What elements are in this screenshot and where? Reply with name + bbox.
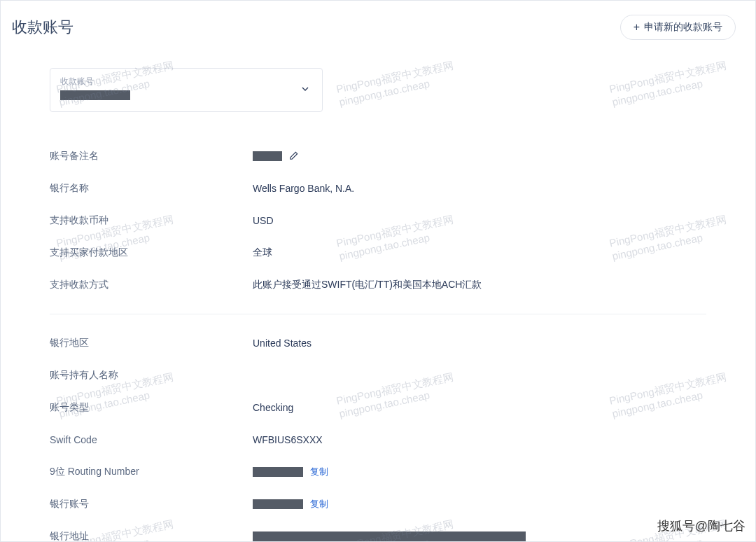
label-bank-address: 银行地址 xyxy=(50,530,253,542)
row-buyer-region: 支持买家付款地区 全球 xyxy=(50,237,706,269)
page-root: 收款账号 + 申请新的收款账号 收款账号 账号备注名 xyxy=(0,0,756,542)
value-account-number xyxy=(253,499,303,509)
label-currency: 支持收款币种 xyxy=(50,214,253,227)
footer-attribution: 搜狐号@陶七谷 xyxy=(657,517,746,534)
row-account-number: 银行账号 复制 xyxy=(50,488,706,520)
value-buyer-region: 全球 xyxy=(253,246,272,259)
row-routing: 9位 Routing Number 复制 xyxy=(50,456,706,488)
account-selector[interactable]: 收款账号 xyxy=(50,68,323,112)
value-currency: USD xyxy=(253,215,274,226)
row-bank-region: 银行地区 United States xyxy=(50,327,706,359)
value-bank-address xyxy=(253,531,526,541)
label-bank-region: 银行地区 xyxy=(50,337,253,349)
plus-icon: + xyxy=(634,22,640,33)
row-holder-name: 账号持有人名称 xyxy=(50,359,706,391)
apply-new-account-button[interactable]: + 申请新的收款账号 xyxy=(620,15,736,40)
label-routing: 9位 Routing Number xyxy=(50,466,253,478)
apply-new-account-label: 申请新的收款账号 xyxy=(644,21,722,34)
row-alias: 账号备注名 xyxy=(50,140,706,172)
value-bank-name: Wells Fargo Bank, N.A. xyxy=(253,183,354,194)
row-bank-address: 银行地址 xyxy=(50,520,706,542)
label-account-number: 银行账号 xyxy=(50,498,253,510)
page-header: 收款账号 + 申请新的收款账号 xyxy=(1,1,755,47)
copy-routing-button[interactable]: 复制 xyxy=(310,466,328,478)
row-bank-name: 银行名称 Wells Fargo Bank, N.A. xyxy=(50,172,706,204)
edit-icon[interactable] xyxy=(289,151,299,162)
label-bank-name: 银行名称 xyxy=(50,182,253,195)
divider xyxy=(50,314,706,314)
account-selector-label: 收款账号 xyxy=(60,76,312,88)
account-selector-value xyxy=(60,90,130,100)
row-currency: 支持收款币种 USD xyxy=(50,204,706,237)
value-routing xyxy=(253,467,303,477)
value-method: 此账户接受通过SWIFT(电汇/TT)和美国本地ACH汇款 xyxy=(253,279,482,291)
label-buyer-region: 支持买家付款地区 xyxy=(50,246,253,259)
chevron-down-icon xyxy=(300,83,311,97)
value-alias xyxy=(253,151,282,161)
row-account-type: 账号类型 Checking xyxy=(50,391,706,424)
page-title: 收款账号 xyxy=(12,17,74,38)
account-details: 账号备注名 银行名称 Wells Fargo Bank, N.A. 支持收款币种… xyxy=(50,140,706,542)
label-swift: Swift Code xyxy=(50,434,253,445)
value-bank-region: United States xyxy=(253,338,312,349)
copy-account-number-button[interactable]: 复制 xyxy=(310,498,328,510)
value-account-type: Checking xyxy=(253,402,293,413)
row-swift: Swift Code WFBIUS6SXXX xyxy=(50,424,706,456)
label-alias: 账号备注名 xyxy=(50,150,253,162)
label-account-type: 账号类型 xyxy=(50,401,253,414)
row-method: 支持收款方式 此账户接受通过SWIFT(电汇/TT)和美国本地ACH汇款 xyxy=(50,269,706,301)
content-area: 收款账号 账号备注名 银行名称 Wells Fargo Bank, N.A. xyxy=(1,47,755,542)
label-holder-name: 账号持有人名称 xyxy=(50,369,253,382)
label-method: 支持收款方式 xyxy=(50,279,253,291)
value-swift: WFBIUS6SXXX xyxy=(253,434,323,445)
